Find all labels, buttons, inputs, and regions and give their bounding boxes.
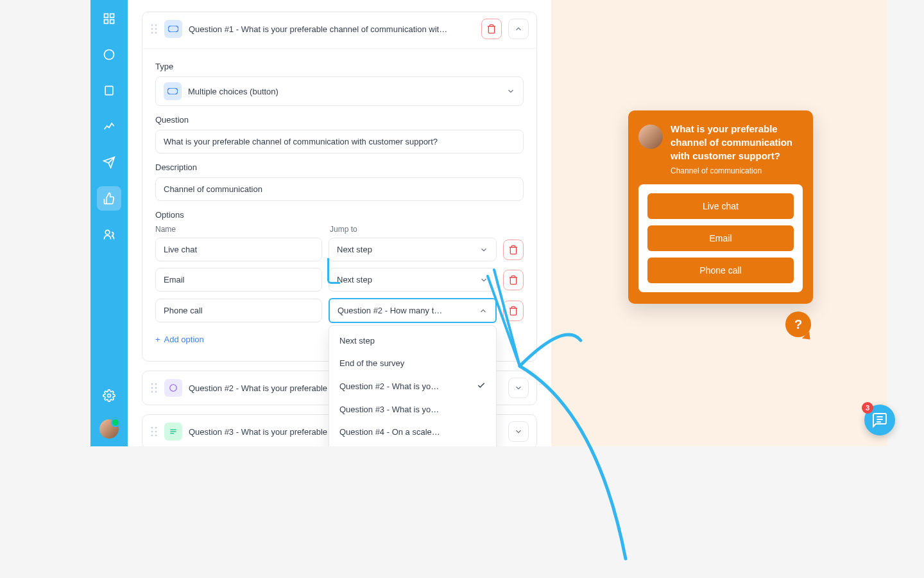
svg-point-7 xyxy=(108,394,111,398)
jump-dropdown: Next step End of the survey Question #2 … xyxy=(329,325,497,446)
drag-handle-icon[interactable] xyxy=(150,382,158,394)
chevron-down-icon xyxy=(479,276,488,285)
expand-button[interactable] xyxy=(508,378,529,398)
dropdown-item[interactable]: Question #5 - How satisf… xyxy=(329,443,496,446)
svg-point-10 xyxy=(151,28,153,30)
description-input[interactable] xyxy=(155,177,524,201)
delete-option-button[interactable] xyxy=(503,240,524,260)
nav-analytics[interactable] xyxy=(97,114,121,139)
question-card-1: Question #1 - What is your preferable ch… xyxy=(142,12,537,362)
description-label: Description xyxy=(155,162,524,172)
svg-point-23 xyxy=(151,427,153,429)
collapse-button[interactable] xyxy=(508,19,529,39)
delete-option-button[interactable] xyxy=(503,301,524,321)
type-badge-icon xyxy=(164,82,182,100)
option-name-input[interactable] xyxy=(155,268,322,292)
svg-rect-5 xyxy=(105,86,113,94)
svg-rect-2 xyxy=(105,20,108,24)
preview-description: Channel of communication xyxy=(671,166,803,175)
type-value: Multiple choices (button) xyxy=(188,87,500,96)
question-input[interactable] xyxy=(155,130,524,153)
svg-point-27 xyxy=(151,435,153,437)
svg-point-24 xyxy=(155,427,157,429)
option-row: Next step xyxy=(155,268,524,292)
svg-rect-15 xyxy=(167,88,178,94)
svg-point-25 xyxy=(151,431,153,433)
dropdown-item[interactable]: Question #3 - What is yo… xyxy=(329,398,496,421)
preview-panel: What is your preferable channel of commu… xyxy=(551,0,887,446)
delete-question-button[interactable] xyxy=(481,19,502,39)
survey-preview-widget: What is your preferable channel of commu… xyxy=(628,110,813,304)
svg-point-28 xyxy=(155,435,157,437)
help-button[interactable]: ? xyxy=(785,311,811,337)
delete-option-button[interactable] xyxy=(503,270,524,290)
user-avatar[interactable] xyxy=(99,419,119,439)
preview-option-button[interactable]: Email xyxy=(647,225,794,251)
dropdown-item[interactable]: Next step xyxy=(329,329,496,352)
svg-point-17 xyxy=(155,383,157,385)
svg-point-16 xyxy=(151,383,153,385)
svg-point-9 xyxy=(155,24,157,26)
drag-handle-icon[interactable] xyxy=(150,426,158,437)
sidebar xyxy=(90,0,128,446)
jump-select-open[interactable]: Question #2 - How many t… xyxy=(329,298,497,323)
chevron-down-icon xyxy=(506,87,515,96)
type-label: Type xyxy=(155,62,524,71)
drag-handle-icon[interactable] xyxy=(150,23,158,35)
jump-column-label: Jump to xyxy=(330,225,495,234)
question-title: Question #1 - What is your preferable ch… xyxy=(189,24,475,34)
plus-icon: + xyxy=(155,335,160,344)
nav-settings[interactable] xyxy=(97,383,121,408)
question-body: Type Multiple choices (button) Question … xyxy=(142,48,536,361)
preview-option-button[interactable]: Phone call xyxy=(647,258,794,283)
name-column-label: Name xyxy=(155,225,322,234)
preview-option-button[interactable]: Live chat xyxy=(647,193,794,219)
expand-button[interactable] xyxy=(508,421,529,442)
question-type-icon xyxy=(164,20,182,38)
preview-options: Live chat Email Phone call xyxy=(638,184,803,292)
question-header: Question #1 - What is your preferable ch… xyxy=(142,12,536,46)
nav-dashboard[interactable] xyxy=(97,6,121,31)
jump-select[interactable]: Next step xyxy=(329,268,497,292)
chevron-up-icon xyxy=(479,306,488,315)
svg-point-11 xyxy=(155,28,157,30)
svg-rect-0 xyxy=(105,14,108,18)
check-icon xyxy=(477,381,486,392)
chat-icon xyxy=(872,412,887,428)
options-label: Options xyxy=(155,210,524,220)
chat-fab[interactable]: 3 xyxy=(864,405,895,435)
option-columns: Name Jump to xyxy=(155,225,524,238)
agent-avatar xyxy=(638,125,663,149)
dropdown-item[interactable]: End of the survey xyxy=(329,352,496,374)
survey-editor: Question #1 - What is your preferable ch… xyxy=(128,0,551,446)
svg-point-19 xyxy=(155,387,157,389)
preview-question: What is your preferable channel of commu… xyxy=(671,122,803,162)
nav-send[interactable] xyxy=(97,150,121,175)
option-name-input[interactable] xyxy=(155,299,322,322)
svg-point-18 xyxy=(151,387,153,389)
svg-point-8 xyxy=(151,24,153,26)
svg-point-20 xyxy=(151,391,153,393)
dropdown-item[interactable]: Question #2 - What is yo… xyxy=(329,374,496,398)
question-type-icon xyxy=(164,379,182,397)
jump-select[interactable]: Next step xyxy=(329,238,497,261)
nav-book[interactable] xyxy=(97,78,121,103)
nav-team[interactable] xyxy=(97,222,121,247)
svg-point-4 xyxy=(105,50,114,60)
type-select[interactable]: Multiple choices (button) xyxy=(155,76,524,106)
svg-rect-3 xyxy=(110,20,114,24)
dropdown-item[interactable]: Question #4 - On a scale… xyxy=(329,421,496,443)
svg-point-21 xyxy=(155,391,157,393)
svg-point-12 xyxy=(151,32,153,34)
chat-badge: 3 xyxy=(862,402,873,414)
nav-chat[interactable] xyxy=(97,42,121,67)
option-row: Next step xyxy=(155,238,524,261)
option-name-input[interactable] xyxy=(155,238,322,261)
question-label: Question xyxy=(155,115,524,125)
svg-rect-1 xyxy=(110,14,114,18)
option-row: Question #2 - How many t… Next step End … xyxy=(155,298,524,323)
svg-point-26 xyxy=(155,431,157,433)
svg-point-22 xyxy=(170,385,177,392)
svg-point-6 xyxy=(105,230,110,234)
nav-thumbs-up[interactable] xyxy=(97,186,121,211)
